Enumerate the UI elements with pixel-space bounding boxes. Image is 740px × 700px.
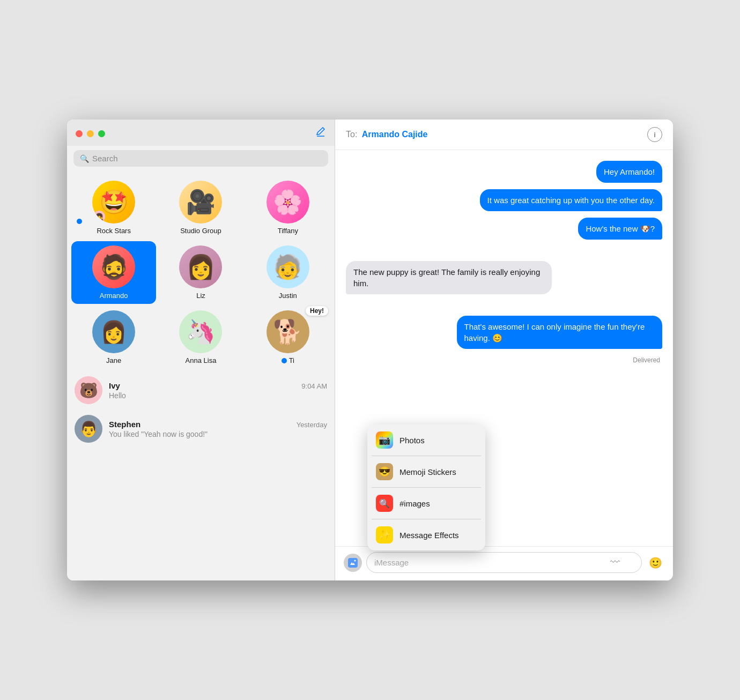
chat-area: To: Armando Cajide i Hey Armando! It was…	[335, 120, 673, 580]
popup-item-images[interactable]: 🔍 #images	[367, 488, 485, 519]
message-bubble-5: That's awesome! I can only imagine the f…	[457, 316, 663, 349]
app-window: 🔍 Search 🤩 👧 Rock Stars 🎥 Stu	[67, 120, 673, 580]
search-label: Search	[92, 154, 118, 163]
maximize-button[interactable]	[98, 130, 105, 137]
effects-icon: ✨	[376, 526, 393, 543]
conv-name-stephen: Stephen	[109, 420, 140, 429]
avatar-jane: 👩	[92, 310, 135, 353]
chat-to-label: To:	[346, 130, 357, 139]
chat-input-area: 📷 Photos 😎 Memoji Stickers 🔍 #images ✨ M…	[335, 546, 673, 580]
images-icon: 🔍	[376, 495, 393, 512]
pinned-name-studio-group: Studio Group	[180, 227, 221, 235]
pinned-item-rock-stars[interactable]: 🤩 👧 Rock Stars	[71, 176, 156, 239]
conversation-item-ivy[interactable]: 🐻 Ivy 9:04 AM Hello	[67, 371, 335, 409]
conv-avatar-ivy: 🐻	[75, 376, 102, 404]
message-input-box[interactable]: iMessage 〰	[366, 552, 642, 573]
popup-label-memoji: Memoji Stickers	[399, 467, 456, 476]
message-bubble-1: Hey Armando!	[596, 161, 662, 183]
message-bubble-4: The new puppy is great! The family is re…	[346, 261, 552, 294]
message-row-4: The new puppy is great! The family is re…	[346, 261, 662, 294]
sidebar-titlebar	[67, 120, 335, 146]
photos-icon: 📷	[376, 431, 393, 449]
chat-header: To: Armando Cajide i	[335, 120, 673, 150]
memoji-icon: 😎	[376, 463, 393, 480]
conversation-item-stephen[interactable]: 👨 Stephen Yesterday You liked "Yeah now …	[67, 409, 335, 448]
avatar-tiffany: 🌸	[267, 181, 309, 224]
unread-dot-rock-stars	[77, 219, 82, 224]
conversation-list: 🐻 Ivy 9:04 AM Hello 👨 Stephen	[67, 371, 335, 580]
conv-time-stephen: Yesterday	[297, 421, 327, 429]
hey-badge-ti: Hey!	[306, 306, 328, 316]
popup-item-memoji[interactable]: 😎 Memoji Stickers	[367, 456, 485, 487]
pinned-item-anna-lisa[interactable]: 🦄 Anna Lisa	[158, 306, 243, 369]
chat-recipient-row: To: Armando Cajide	[346, 130, 427, 139]
avatar-studio-group: 🎥	[179, 181, 222, 224]
pinned-name-armando: Armando	[100, 292, 128, 300]
emoji-button[interactable]: 🙂	[646, 554, 664, 572]
pinned-contacts-grid: 🤩 👧 Rock Stars 🎥 Studio Group 🌸	[67, 172, 335, 371]
pinned-item-tiffany[interactable]: 🌸 Tiffany	[246, 176, 330, 239]
svg-rect-0	[348, 558, 358, 568]
conv-header-stephen: Stephen Yesterday	[109, 420, 327, 429]
conv-content-ivy: Ivy 9:04 AM Hello	[109, 381, 327, 400]
audio-waveform-icon: 〰	[610, 557, 620, 568]
pinned-name-jane: Jane	[106, 356, 121, 364]
avatar-justin: 🧓	[267, 245, 309, 288]
compose-button[interactable]	[315, 127, 326, 140]
input-row: iMessage 〰 🙂	[344, 552, 664, 573]
conv-header-ivy: Ivy 9:04 AM	[109, 381, 327, 390]
conv-name-ivy: Ivy	[109, 381, 120, 390]
pinned-item-justin[interactable]: 🧓 Justin	[246, 241, 330, 304]
conv-time-ivy: 9:04 AM	[301, 382, 327, 390]
message-row-3: How's the new 🐶?	[346, 218, 662, 240]
pinned-item-jane[interactable]: 👩 Jane	[71, 306, 156, 369]
avatar-liz: 👩	[179, 245, 222, 288]
avatar-anna-lisa: 🦄	[179, 310, 222, 353]
conv-preview-ivy: Hello	[109, 391, 327, 400]
conv-content-stephen: Stephen Yesterday You liked "Yeah now is…	[109, 420, 327, 438]
delivered-label: Delivered	[346, 356, 662, 364]
input-placeholder: iMessage	[374, 558, 409, 567]
popup-label-photos: Photos	[399, 436, 425, 445]
pinned-item-ti[interactable]: 🐕 Hey! Ti	[246, 306, 330, 369]
popup-item-effects[interactable]: ✨ Message Effects	[367, 519, 485, 550]
svg-point-1	[354, 560, 356, 561]
search-bar[interactable]: 🔍 Search	[73, 150, 328, 167]
minimize-button[interactable]	[87, 130, 94, 137]
avatar-armando: 🧔	[92, 245, 135, 288]
pinned-item-liz[interactable]: 👩 Liz	[158, 241, 243, 304]
chat-recipient-name: Armando Cajide	[362, 130, 428, 139]
message-bubble-3: How's the new 🐶?	[578, 218, 662, 240]
message-bubble-2: It was great catching up with you the ot…	[480, 189, 662, 211]
avatar-rock-stars: 🤩 👧	[92, 181, 135, 224]
sidebar: 🔍 Search 🤩 👧 Rock Stars 🎥 Stu	[67, 120, 335, 580]
info-button[interactable]: i	[647, 127, 662, 142]
popup-label-images: #images	[399, 499, 430, 508]
search-icon: 🔍	[80, 154, 89, 163]
unread-dot-ti	[282, 358, 287, 363]
conv-preview-stephen: You liked "Yeah now is good!"	[109, 430, 327, 438]
close-button[interactable]	[76, 130, 83, 137]
pinned-name-ti: Ti	[282, 356, 294, 364]
message-row-5: That's awesome! I can only imagine the f…	[346, 316, 662, 349]
window-controls	[76, 130, 105, 137]
pinned-item-studio-group[interactable]: 🎥 Studio Group	[158, 176, 243, 239]
popup-label-effects: Message Effects	[399, 531, 459, 540]
pinned-item-armando[interactable]: 🧔 Armando	[71, 241, 156, 304]
pinned-name-tiffany: Tiffany	[278, 227, 298, 235]
app-store-button[interactable]	[344, 554, 362, 572]
popup-menu: 📷 Photos 😎 Memoji Stickers 🔍 #images ✨ M…	[367, 425, 485, 550]
avatar-ti: 🐕	[267, 310, 309, 353]
pinned-name-anna-lisa: Anna Lisa	[186, 356, 217, 364]
pinned-name-liz: Liz	[196, 292, 205, 300]
message-row-1: Hey Armando!	[346, 161, 662, 183]
pinned-name-rock-stars: Rock Stars	[97, 227, 131, 235]
pinned-name-justin: Justin	[279, 292, 297, 300]
conv-avatar-stephen: 👨	[75, 415, 102, 443]
message-row-2: It was great catching up with you the ot…	[346, 189, 662, 211]
popup-item-photos[interactable]: 📷 Photos	[367, 425, 485, 456]
